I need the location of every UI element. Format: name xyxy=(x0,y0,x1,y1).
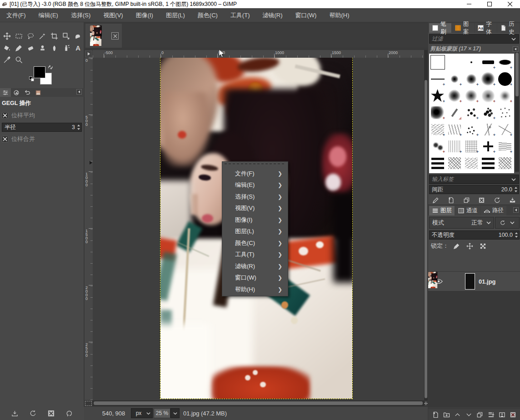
menubar-item-6[interactable]: 图层(L) xyxy=(160,8,191,22)
tab-字体[interactable]: Aa字体 xyxy=(475,23,497,33)
context-menu-item-9[interactable]: 滤镜(R)❯ xyxy=(222,260,289,272)
sample-merged-checkbox[interactable] xyxy=(2,136,8,142)
context-menu-item-8[interactable]: 工具(T)❯ xyxy=(222,249,289,260)
layer-opacity-slider[interactable]: 不透明度 100.0 xyxy=(429,230,520,240)
vertical-scrollbar[interactable] xyxy=(424,50,428,400)
menubar-item-7[interactable]: 颜色(C) xyxy=(191,8,224,22)
menubar-item-1[interactable]: 文件(F) xyxy=(0,8,32,22)
context-menu-item-10[interactable]: 窗口(W)❯ xyxy=(222,272,289,284)
open-brush-button[interactable] xyxy=(509,197,516,204)
brush-item-19[interactable]: + xyxy=(480,104,496,121)
fuzzy-select-tool[interactable] xyxy=(36,30,48,42)
brush-item-9[interactable]: + xyxy=(480,70,496,87)
menubar-item-8[interactable]: 工具(T) xyxy=(224,8,256,22)
brush-item-20[interactable] xyxy=(496,104,513,121)
tab-笔刷[interactable]: 笔刷 xyxy=(429,23,451,33)
tab-路径[interactable]: 路径 xyxy=(481,206,506,215)
brush-item-21[interactable]: + xyxy=(429,121,446,138)
device-status-tab[interactable] xyxy=(11,88,22,97)
brush-item-15[interactable]: + xyxy=(496,87,513,104)
brush-spacing-slider[interactable]: 间距 20.0 xyxy=(429,185,519,194)
swap-colors-icon[interactable] xyxy=(47,64,54,70)
restore-preset-button[interactable] xyxy=(30,410,36,417)
ruler-corner-menu-button[interactable] xyxy=(85,50,92,57)
layer-row[interactable]: 01.jpg xyxy=(428,272,520,291)
close-button[interactable] xyxy=(500,0,520,8)
anchor-layer-button[interactable] xyxy=(499,411,505,418)
crop-tool[interactable] xyxy=(48,30,60,42)
tab-图层[interactable]: 图层 xyxy=(429,206,455,215)
paintbrush-tool[interactable] xyxy=(13,42,25,54)
brush-item-16[interactable]: + xyxy=(429,104,446,121)
rectangle-select-tool[interactable] xyxy=(13,30,25,42)
brush-item-25[interactable]: + xyxy=(496,121,513,138)
context-menu-item-1[interactable]: 文件(F)❯ xyxy=(222,168,289,179)
brush-item-6[interactable]: + xyxy=(429,70,446,87)
edit-brush-button[interactable] xyxy=(432,197,439,204)
menubar-item-9[interactable]: 滤镜(R) xyxy=(256,8,289,22)
quick-mask-button[interactable] xyxy=(85,401,92,406)
unified-transform-tool[interactable] xyxy=(60,30,72,42)
brush-item-10[interactable]: + xyxy=(496,70,513,87)
tool-options-tab[interactable] xyxy=(0,88,11,97)
canvas-viewport[interactable]: 文件(F)❯编辑(E)❯选择(S)❯视图(V)❯图像(I)❯图层(L)❯颜色(C… xyxy=(93,58,424,400)
raise-layer-button[interactable] xyxy=(454,411,461,418)
new-brush-button[interactable] xyxy=(448,197,455,204)
brush-item-8[interactable]: + xyxy=(463,70,480,87)
tab-通道[interactable]: 通道 xyxy=(455,206,480,215)
brush-item-12[interactable]: + xyxy=(446,87,463,104)
default-colors-icon[interactable] xyxy=(29,76,35,82)
free-select-tool[interactable] xyxy=(25,30,36,42)
brush-item-23[interactable]: + xyxy=(463,121,480,138)
delete-brush-button[interactable] xyxy=(478,197,485,204)
bucket-fill-tool[interactable] xyxy=(1,42,13,54)
image-tab[interactable] xyxy=(33,88,44,97)
brush-item-5[interactable]: + xyxy=(496,54,513,70)
brush-item-2[interactable] xyxy=(446,54,463,70)
context-menu-item-3[interactable]: 选择(S)❯ xyxy=(222,191,289,202)
brush-spacing-spinner[interactable] xyxy=(513,186,518,193)
dock-collapse-icon[interactable] xyxy=(513,46,518,52)
zoom-dropdown-button[interactable] xyxy=(170,408,180,418)
menubar-item-2[interactable]: 编辑(E) xyxy=(32,8,65,22)
context-menu-item-6[interactable]: 图层(L)❯ xyxy=(222,226,289,237)
brush-grid[interactable]: +++++++++++++++++++++++++ xyxy=(429,54,514,173)
tab-历史[interactable]: 历史 xyxy=(497,23,520,33)
brush-item-7[interactable]: + xyxy=(446,70,463,87)
undo-history-tab[interactable] xyxy=(22,88,33,97)
tear-off-line[interactable] xyxy=(225,164,285,164)
zoom-input[interactable]: 25 % xyxy=(154,408,170,418)
brush-item-11[interactable]: + xyxy=(429,87,446,104)
brush-item-17[interactable] xyxy=(446,104,463,121)
refresh-brushes-button[interactable] xyxy=(494,197,500,204)
layer-mode-dropdown[interactable]: 模式 正常 xyxy=(429,217,494,229)
radius-slider[interactable]: 半径 3 xyxy=(2,123,82,132)
context-menu-item-5[interactable]: 图像(I)❯ xyxy=(222,214,289,225)
brush-tag-combo[interactable]: 输入标签 xyxy=(429,175,519,184)
minimize-button[interactable] xyxy=(459,0,479,8)
duplicate-brush-button[interactable] xyxy=(463,197,470,204)
lock-position-icon[interactable] xyxy=(466,243,473,250)
foreground-color-swatch[interactable] xyxy=(34,66,45,78)
brush-item-14[interactable]: + xyxy=(480,87,496,104)
dock-collapse-icon[interactable] xyxy=(513,207,519,213)
horizontal-ruler[interactable]: -5000500100015002000 xyxy=(93,50,424,58)
lock-alpha-icon[interactable] xyxy=(480,243,486,250)
unit-dropdown[interactable]: px xyxy=(131,408,153,418)
context-menu-item-4[interactable]: 视图(V)❯ xyxy=(222,203,289,214)
context-menu-item-7[interactable]: 颜色(C)❯ xyxy=(222,237,289,249)
smudge-tool[interactable] xyxy=(48,42,60,54)
color-picker-tool[interactable] xyxy=(1,54,13,65)
vertical-ruler[interactable]: 05001000150020002500 xyxy=(85,58,93,400)
warp-transform-tool[interactable] xyxy=(72,30,84,42)
context-menu-item-11[interactable]: 帮助(H)❯ xyxy=(222,284,289,295)
brush-item-22[interactable]: + xyxy=(446,121,463,138)
new-layer-group-button[interactable] xyxy=(443,411,450,418)
menubar-item-4[interactable]: 视图(V) xyxy=(97,8,129,22)
radius-spinner[interactable] xyxy=(76,124,81,131)
menubar-item-11[interactable]: 帮助(H) xyxy=(323,8,355,22)
menubar-item-10[interactable]: 窗口(W) xyxy=(289,8,323,22)
sample-average-checkbox[interactable] xyxy=(2,112,8,119)
menubar-item-3[interactable]: 选择(S) xyxy=(65,8,97,22)
context-menu-item-2[interactable]: 编辑(E)❯ xyxy=(222,180,289,191)
